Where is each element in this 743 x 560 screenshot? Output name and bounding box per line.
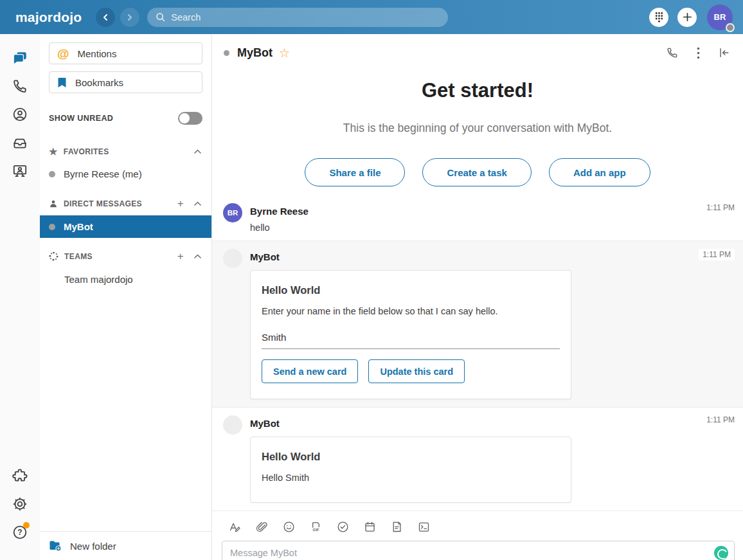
note-icon[interactable] (390, 520, 404, 534)
avatar[interactable] (223, 415, 242, 435)
chat-title: MyBot (237, 46, 273, 60)
phone-icon[interactable] (12, 78, 28, 95)
new-folder-label: New folder (70, 541, 116, 552)
new-task-icon[interactable] (336, 520, 350, 534)
send-new-card-button[interactable]: Send a new card (262, 359, 358, 383)
mentions-button[interactable]: @ Mentions (49, 42, 202, 64)
chat-panel: MyBot ☆ Get started! This is the beginni… (212, 34, 743, 560)
chat-header: MyBot ☆ (212, 34, 743, 71)
message-author: Byrne Reese (250, 203, 734, 217)
message-input[interactable] (230, 548, 714, 558)
message-author: MyBot (250, 249, 734, 262)
avatar-initials: BR (228, 209, 238, 217)
contacts-icon[interactable] (12, 106, 28, 123)
bookmark-icon (57, 77, 67, 88)
bot-card: Hello World Enter your name in the field… (250, 270, 571, 399)
settings-icon[interactable] (12, 496, 28, 512)
add-an-app-button[interactable]: Add an app (549, 158, 650, 186)
share-a-file-button[interactable]: Share a file (305, 158, 405, 186)
plus-icon (683, 12, 692, 22)
code-snippet-icon[interactable] (417, 520, 431, 534)
svg-text:GIF: GIF (312, 527, 319, 532)
user-avatar[interactable]: BR (707, 5, 733, 30)
avatar[interactable]: BR (223, 203, 242, 222)
new-folder-icon (49, 540, 62, 552)
bookmarks-label: Bookmarks (75, 77, 123, 88)
bot-card: Hello World Hello Smith (250, 437, 571, 503)
app-logo: majordojo (15, 10, 82, 25)
forward-button[interactable] (120, 8, 139, 27)
show-unread-label: SHOW UNREAD (49, 114, 113, 123)
new-folder-button[interactable]: New folder (40, 531, 211, 560)
toggle-knob (179, 113, 190, 123)
dialpad-icon (654, 11, 665, 23)
teams-label: TEAMS (64, 252, 93, 261)
emoji-icon[interactable] (282, 520, 296, 534)
fax-icon[interactable] (12, 134, 28, 151)
card-body: Hello Smith (262, 473, 560, 483)
sidebar-item-label: MyBot (64, 221, 93, 232)
format-text-icon[interactable] (228, 520, 242, 534)
back-button[interactable] (96, 8, 115, 27)
bookmarks-button[interactable]: Bookmarks (49, 71, 202, 93)
team-icon (49, 251, 58, 261)
card-title: Hello World (262, 451, 560, 463)
presence-dot (224, 50, 229, 56)
new-event-icon[interactable] (363, 520, 377, 534)
help-icon[interactable]: ? (12, 524, 28, 541)
topbar: majordojo BR (0, 0, 743, 34)
more-options-icon[interactable] (697, 47, 700, 59)
teams-collapse-icon[interactable] (194, 254, 201, 258)
message-text: hello (250, 222, 734, 233)
message-composer: GIF (212, 510, 743, 560)
loading-spinner-icon (714, 546, 728, 560)
message-row: MyBot Hello World Hello Smith 1:11 PM (212, 408, 743, 510)
left-rail: ? (0, 34, 40, 560)
search-icon (155, 12, 166, 23)
sidebar-item-byrne-reese[interactable]: Byrne Reese (me) (40, 163, 211, 185)
meetings-icon[interactable] (12, 163, 28, 179)
attach-file-icon[interactable] (255, 520, 269, 534)
message-author: MyBot (250, 415, 734, 429)
create-a-task-button[interactable]: Create a task (422, 158, 531, 186)
favorites-section-header: ★ FAVORITES (40, 140, 211, 163)
favorites-star-icon: ★ (49, 147, 58, 156)
welcome-block: Get started! This is the beginning of yo… (212, 71, 743, 195)
favorites-collapse-icon[interactable] (194, 149, 201, 154)
search-input[interactable] (171, 12, 440, 23)
favorite-star-icon[interactable]: ☆ (279, 47, 290, 59)
apps-icon[interactable] (12, 467, 28, 484)
person-icon (49, 199, 58, 208)
global-search (147, 8, 448, 27)
update-this-card-button[interactable]: Update this card (368, 359, 465, 383)
chevron-left-icon (102, 14, 109, 21)
presence-dot (49, 224, 55, 230)
presence-dot (49, 171, 55, 177)
gif-icon[interactable]: GIF (309, 520, 323, 534)
add-team-button[interactable]: + (177, 251, 184, 262)
svg-text:?: ? (17, 528, 22, 537)
sidebar-item-label: Team majordojo (64, 274, 133, 285)
card-title: Hello World (262, 284, 560, 296)
avatar[interactable] (223, 249, 242, 268)
direct-messages-collapse-icon[interactable] (194, 201, 201, 206)
new-actions-button[interactable] (677, 8, 697, 27)
message-row: BR Byrne Reese hello 1:11 PM (212, 195, 743, 240)
chevron-right-icon (126, 14, 134, 21)
collapse-panel-icon[interactable] (718, 47, 730, 59)
dialpad-button[interactable] (649, 8, 668, 27)
avatar-initials: BR (714, 12, 726, 22)
presence-badge (726, 23, 735, 32)
messages-icon[interactable] (12, 50, 28, 66)
sidebar-item-team-majordojo[interactable]: Team majordojo (40, 268, 211, 291)
direct-messages-label: DIRECT MESSAGES (64, 199, 142, 208)
direct-messages-section-header: DIRECT MESSAGES + (40, 192, 211, 215)
call-icon[interactable] (666, 46, 679, 59)
message-timestamp: 1:11 PM (699, 249, 735, 260)
message-input-box (222, 541, 735, 560)
card-name-input[interactable] (262, 332, 560, 349)
add-direct-message-button[interactable]: + (177, 198, 184, 209)
welcome-subheading: This is the beginning of your conversati… (212, 122, 743, 135)
sidebar-item-mybot[interactable]: MyBot (40, 215, 211, 238)
show-unread-toggle[interactable] (178, 112, 202, 125)
